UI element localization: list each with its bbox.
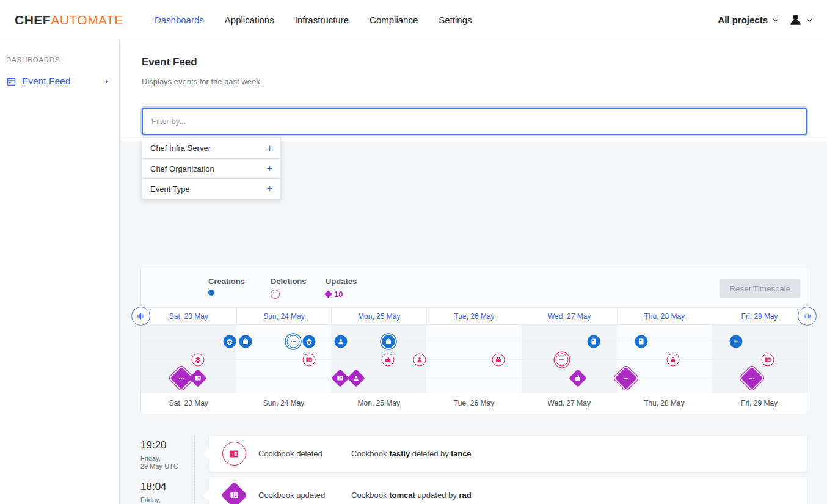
projects-label: All projects xyxy=(718,15,768,25)
event-date: Friday,29 May UTC xyxy=(140,496,192,504)
reset-timescale-button[interactable]: Reset Timescale xyxy=(720,279,800,298)
user-menu[interactable] xyxy=(789,13,814,27)
axis-label-wed-27-may: Wed, 27 May xyxy=(522,393,617,414)
timescale-handle-right[interactable] xyxy=(798,307,817,326)
timescale-handle-left[interactable] xyxy=(131,307,150,326)
date-link-wed-27-may[interactable]: Wed, 27 May xyxy=(548,312,591,321)
cookbook-icon xyxy=(228,448,240,460)
ellipsis-icon xyxy=(558,356,566,364)
sidebar: DASHBOARDS Event Feed xyxy=(0,40,120,504)
creation-marker-layers[interactable] xyxy=(223,335,236,348)
nav-item-compliance[interactable]: Compliance xyxy=(370,15,418,25)
date-header-cell: Sun, 24 May xyxy=(236,308,332,324)
screen: CHEFAUTOMATE DashboardsApplicationsInfra… xyxy=(0,0,827,504)
event-type-label: Cookbook deleted xyxy=(258,449,351,458)
sliders-icon xyxy=(136,311,146,321)
cookbook-icon xyxy=(336,374,344,382)
creation-marker-bag[interactable] xyxy=(382,335,395,348)
timeline-grid xyxy=(141,325,807,393)
deletion-marker-ellipsis[interactable] xyxy=(555,354,568,367)
deletion-marker-bag[interactable] xyxy=(492,354,505,367)
gridline xyxy=(141,359,807,360)
legend-item-updates: Updates10 xyxy=(326,277,357,299)
event-description-text: Cookbook xyxy=(351,491,389,500)
add-filter-button[interactable]: + xyxy=(267,164,272,173)
date-link-tue-26-may[interactable]: Tue, 26 May xyxy=(454,312,494,321)
timeline-axis: Sat, 23 MaySun, 24 MayMon, 25 MayTue, 26… xyxy=(141,393,807,414)
legend-label: Creations xyxy=(208,277,245,286)
ellipsis-icon xyxy=(178,374,186,382)
nav-item-dashboards[interactable]: Dashboards xyxy=(155,15,204,25)
date-link-fri-29-may[interactable]: Fri, 29 May xyxy=(741,312,778,321)
event-day: Friday, xyxy=(140,455,192,462)
event-timestamp: 18:04Friday,29 May UTC xyxy=(140,481,192,504)
creation-marker-client[interactable] xyxy=(635,335,647,348)
deletion-marker-cookbook[interactable] xyxy=(302,354,315,367)
filter-input[interactable] xyxy=(142,108,807,135)
bag-icon xyxy=(574,374,582,382)
axis-label-mon-25-may: Mon, 25 May xyxy=(331,393,426,414)
date-link-sun-24-may[interactable]: Sun, 24 May xyxy=(263,312,304,321)
event-card: Cookbook updatedCookbook tomcat updated … xyxy=(209,477,807,504)
event-description-text: updated by xyxy=(415,491,459,500)
primary-nav: DashboardsApplicationsInfrastructureComp… xyxy=(144,15,483,25)
date-link-sat-23-may[interactable]: Sat, 23 May xyxy=(169,312,208,321)
logo-chef: CHEF xyxy=(15,13,51,27)
creation-marker-client[interactable] xyxy=(588,335,600,348)
nav-item-applications[interactable]: Applications xyxy=(225,15,274,25)
legend-count: 10 xyxy=(326,290,357,299)
layers-icon xyxy=(305,338,313,346)
add-filter-button[interactable]: + xyxy=(267,184,272,194)
creation-marker-layers[interactable] xyxy=(302,335,315,348)
deletion-marker-bag[interactable] xyxy=(382,354,395,367)
date-header-cell: Sat, 23 May xyxy=(141,308,236,324)
filter-option-chef-infra-server[interactable]: Chef Infra Server+ xyxy=(142,138,280,158)
sidebar-item-label: Event Feed xyxy=(22,76,70,87)
creation-marker-list[interactable] xyxy=(730,335,743,348)
circle-outline-icon xyxy=(271,290,280,299)
timeline-card: CreationsDeletionsUpdates10 Reset Timesc… xyxy=(140,268,807,414)
diamond-icon xyxy=(324,290,332,298)
event-card: Cookbook deletedCookbook fastly deleted … xyxy=(209,436,807,472)
event-entity-name: tomcat xyxy=(389,491,415,500)
legend-label: Updates xyxy=(326,277,357,286)
event-day: Friday, xyxy=(140,496,192,504)
axis-label-thu-28-may: Thu, 28 May xyxy=(617,393,712,414)
add-filter-button[interactable]: + xyxy=(267,144,272,153)
cookbook-icon xyxy=(763,356,771,364)
creation-marker-bag[interactable] xyxy=(239,335,252,348)
page-title: Event Feed xyxy=(142,56,197,68)
event-date-utc: 29 May UTC xyxy=(140,462,192,470)
nav-item-infrastructure[interactable]: Infrastructure xyxy=(295,15,349,25)
deletion-marker-cookbook[interactable] xyxy=(761,354,774,367)
bag-icon xyxy=(495,356,503,364)
event-timestamp: 19:20Friday,29 May UTC xyxy=(140,439,192,470)
legend-count-value: 10 xyxy=(334,290,343,299)
deletion-marker-layers[interactable] xyxy=(191,354,204,367)
legend-count xyxy=(208,290,245,296)
deletion-marker-person[interactable] xyxy=(413,354,426,367)
filter-option-label: Event Type xyxy=(150,184,190,194)
date-link-mon-25-may[interactable]: Mon, 25 May xyxy=(358,312,400,321)
filter-option-event-type[interactable]: Event Type+ xyxy=(142,178,280,199)
main-content: Event Feed Displays events for the past … xyxy=(120,40,827,504)
sidebar-item-event-feed[interactable]: Event Feed xyxy=(0,72,119,90)
date-header-cell: Fri, 29 May xyxy=(712,308,807,324)
filter-option-chef-organization[interactable]: Chef Organization+ xyxy=(142,158,280,178)
event-row: 18:04Friday,29 May UTCCookbook updatedCo… xyxy=(140,477,807,504)
lock-icon xyxy=(669,356,677,364)
cookbook-icon xyxy=(305,356,313,364)
nav-item-settings[interactable]: Settings xyxy=(439,15,472,25)
projects-filter-dropdown[interactable]: All projects xyxy=(718,15,780,25)
axis-label-fri-29-may: Fri, 29 May xyxy=(712,393,807,414)
chevron-down-icon xyxy=(771,16,780,24)
event-entity-name: rad xyxy=(459,491,471,500)
legend-count xyxy=(271,290,307,299)
person-icon xyxy=(415,356,423,364)
date-link-thu-28-may[interactable]: Thu, 28 May xyxy=(644,312,685,321)
creation-marker-person[interactable] xyxy=(335,335,348,348)
legend-item-creations: Creations xyxy=(208,277,245,296)
deletion-marker-lock[interactable] xyxy=(666,354,679,367)
client-icon xyxy=(590,338,598,346)
creation-marker-ellipsis[interactable] xyxy=(286,335,299,348)
